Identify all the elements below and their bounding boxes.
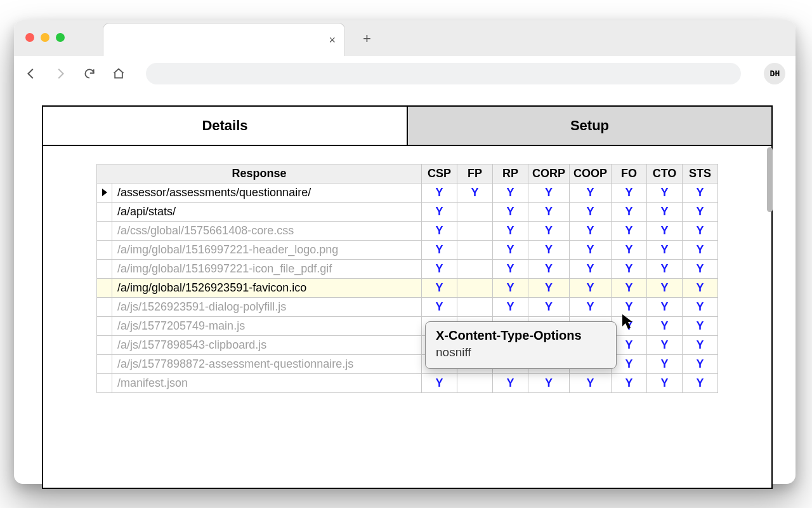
header-status-cell: Y: [683, 260, 718, 279]
expand-toggle[interactable]: [97, 279, 112, 298]
header-status-cell: Y: [528, 184, 569, 203]
column-header: FO: [612, 164, 647, 184]
header-status-cell: Y: [647, 317, 683, 336]
column-header: Response: [97, 164, 422, 184]
browser-chrome: × + D⁄H: [14, 20, 796, 74]
triangle-right-icon: [102, 189, 107, 196]
response-path: /assessor/assessments/questionnaire/: [112, 184, 422, 203]
header-status-cell: Y: [647, 279, 683, 298]
header-status-cell: Y: [683, 279, 718, 298]
response-path: /a/js/1526923591-dialog-polyfill.js: [112, 298, 422, 317]
minimize-window-icon[interactable]: [41, 33, 49, 42]
table-row[interactable]: /manifest.jsonYYYYYYY: [97, 374, 718, 393]
back-button[interactable]: [24, 67, 38, 81]
header-status-cell: Y: [683, 355, 718, 374]
header-status-cell: Y: [421, 203, 457, 222]
header-status-cell: Y: [492, 203, 528, 222]
reload-button[interactable]: [82, 67, 96, 81]
expand-toggle[interactable]: [97, 260, 112, 279]
address-bar[interactable]: [146, 63, 741, 84]
header-status-cell: Y: [457, 184, 492, 203]
response-path: /a/css/global/1575661408-core.css: [112, 222, 422, 241]
column-header: RP: [492, 164, 528, 184]
header-status-cell: Y: [612, 374, 647, 393]
expand-toggle[interactable]: [97, 184, 112, 203]
header-status-cell: Y: [569, 279, 611, 298]
expand-toggle[interactable]: [97, 374, 112, 393]
window-controls: [25, 33, 65, 42]
header-status-cell: Y: [647, 222, 683, 241]
scrollbar[interactable]: [767, 147, 773, 212]
header-status-cell: [457, 279, 492, 298]
tab-setup[interactable]: Setup: [408, 107, 771, 145]
close-tab-icon[interactable]: ×: [329, 34, 336, 47]
column-header: COOP: [569, 164, 611, 184]
extension-icon[interactable]: D⁄H: [764, 63, 785, 84]
header-status-cell: Y: [647, 336, 683, 355]
tooltip-body: nosniff: [436, 345, 606, 359]
header-status-cell: [457, 222, 492, 241]
header-status-cell: Y: [612, 260, 647, 279]
table-row[interactable]: /a/img/global/1526923591-favicon.icoYYYY…: [97, 279, 718, 298]
header-status-cell: Y: [528, 298, 569, 317]
header-status-cell: Y: [647, 241, 683, 260]
expand-toggle[interactable]: [97, 298, 112, 317]
tooltip: X-Content-Type-Options nosniff: [425, 321, 617, 369]
header-status-cell: Y: [492, 374, 528, 393]
home-button[interactable]: [112, 67, 126, 81]
header-status-cell: Y: [421, 279, 457, 298]
response-path: /manifest.json: [112, 374, 422, 393]
expand-toggle[interactable]: [97, 203, 112, 222]
expand-toggle[interactable]: [97, 241, 112, 260]
table-row[interactable]: /a/js/1577898543-clipboard.jsYYYYYYY: [97, 336, 718, 355]
header-status-cell: Y: [492, 260, 528, 279]
header-status-cell: Y: [683, 222, 718, 241]
header-status-cell: Y: [421, 222, 457, 241]
table-row[interactable]: /a/img/global/1516997221-icon_file_pdf.g…: [97, 260, 718, 279]
expand-toggle[interactable]: [97, 317, 112, 336]
tooltip-title: X-Content-Type-Options: [436, 328, 606, 343]
table-row[interactable]: /assessor/assessments/questionnaire/YYYY…: [97, 184, 718, 203]
table-row[interactable]: /a/img/global/1516997221-header_logo.png…: [97, 241, 718, 260]
close-window-icon[interactable]: [25, 33, 34, 42]
header-status-cell: Y: [647, 203, 683, 222]
tab-details[interactable]: Details: [43, 107, 408, 145]
header-status-cell: Y: [569, 184, 611, 203]
table-row[interactable]: /a/api/stats/YYYYYYY: [97, 203, 718, 222]
response-path: /a/js/1577205749-main.js: [112, 317, 422, 336]
header-status-cell: Y: [612, 184, 647, 203]
table-row[interactable]: /a/js/1577898872-assessment-questionnair…: [97, 355, 718, 374]
header-status-cell: Y: [528, 222, 569, 241]
browser-tab[interactable]: ×: [103, 23, 345, 56]
column-header: CORP: [528, 164, 569, 184]
new-tab-button[interactable]: +: [363, 30, 371, 47]
header-status-cell: Y: [612, 203, 647, 222]
header-status-cell: Y: [569, 203, 611, 222]
header-status-cell: Y: [683, 298, 718, 317]
header-status-cell: Y: [492, 222, 528, 241]
response-path: /a/img/global/1526923591-favicon.ico: [112, 279, 422, 298]
header-status-cell: Y: [528, 374, 569, 393]
header-status-cell: [457, 374, 492, 393]
header-status-cell: Y: [647, 298, 683, 317]
column-header: CTO: [647, 164, 683, 184]
header-status-cell: Y: [569, 298, 611, 317]
header-status-cell: Y: [492, 241, 528, 260]
response-path: /a/img/global/1516997221-icon_file_pdf.g…: [112, 260, 422, 279]
cursor-icon: [622, 314, 634, 333]
header-status-cell: Y: [528, 203, 569, 222]
header-status-cell: Y: [421, 184, 457, 203]
expand-toggle[interactable]: [97, 222, 112, 241]
header-status-cell: Y: [569, 241, 611, 260]
forward-button[interactable]: [53, 67, 67, 81]
table-row[interactable]: /a/css/global/1575661408-core.cssYYYYYYY: [97, 222, 718, 241]
maximize-window-icon[interactable]: [56, 33, 65, 42]
expand-toggle[interactable]: [97, 355, 112, 374]
header-status-cell: Y: [569, 374, 611, 393]
column-header: FP: [457, 164, 492, 184]
header-status-cell: Y: [528, 260, 569, 279]
header-status-cell: Y: [683, 203, 718, 222]
header-status-cell: Y: [528, 241, 569, 260]
expand-toggle[interactable]: [97, 336, 112, 355]
header-status-cell: Y: [683, 374, 718, 393]
